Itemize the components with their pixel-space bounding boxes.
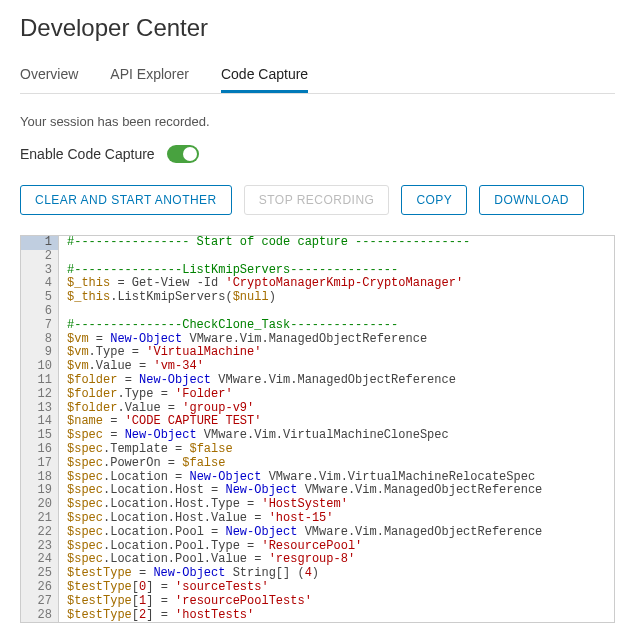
download-button[interactable]: DOWNLOAD <box>479 185 584 215</box>
code-line: $spec = New-Object VMware.Vim.VirtualMac… <box>59 429 457 443</box>
code-row: 16$spec.Template = $false <box>21 443 614 457</box>
tab-overview[interactable]: Overview <box>20 58 78 93</box>
line-number: 26 <box>21 581 59 595</box>
code-line <box>59 250 75 264</box>
code-row: 5$_this.ListKmipServers($null) <box>21 291 614 305</box>
button-row: CLEAR AND START ANOTHER STOP RECORDING C… <box>20 185 615 215</box>
code-line <box>59 305 75 319</box>
line-number: 23 <box>21 540 59 554</box>
copy-button[interactable]: COPY <box>401 185 467 215</box>
code-row: 2 <box>21 250 614 264</box>
code-line: $spec.Location.Host = New-Object VMware.… <box>59 484 550 498</box>
code-line: $spec.Location.Pool.Type = 'ResourcePool… <box>59 540 370 554</box>
code-line: $testType[2] = 'hostTests' <box>59 609 262 623</box>
page-title: Developer Center <box>20 14 615 42</box>
code-row: 22$spec.Location.Pool = New-Object VMwar… <box>21 526 614 540</box>
code-line: $testType[0] = 'sourceTests' <box>59 581 277 595</box>
code-line: $_this.ListKmipServers($null) <box>59 291 284 305</box>
code-row: 4$_this = Get-View -Id 'CryptoManagerKmi… <box>21 277 614 291</box>
line-number: 11 <box>21 374 59 388</box>
code-row: 18$spec.Location = New-Object VMware.Vim… <box>21 471 614 485</box>
code-line: #---------------CheckClone_Task---------… <box>59 319 406 333</box>
line-number: 28 <box>21 609 59 623</box>
line-number: 2 <box>21 250 59 264</box>
line-number: 4 <box>21 277 59 291</box>
code-row: 20$spec.Location.Host.Type = 'HostSystem… <box>21 498 614 512</box>
line-number: 25 <box>21 567 59 581</box>
tabs: Overview API Explorer Code Capture <box>20 58 615 94</box>
code-line: $folder.Type = 'Folder' <box>59 388 241 402</box>
code-row: 19$spec.Location.Host = New-Object VMwar… <box>21 484 614 498</box>
code-line: $name = 'CODE CAPTURE TEST' <box>59 415 269 429</box>
line-number: 3 <box>21 264 59 278</box>
line-number: 13 <box>21 402 59 416</box>
code-line: $folder.Value = 'group-v9' <box>59 402 262 416</box>
code-row: 28$testType[2] = 'hostTests' <box>21 609 614 623</box>
code-row: 14$name = 'CODE CAPTURE TEST' <box>21 415 614 429</box>
line-number: 10 <box>21 360 59 374</box>
line-number: 20 <box>21 498 59 512</box>
code-row: 3#---------------ListKmipServers--------… <box>21 264 614 278</box>
line-number: 5 <box>21 291 59 305</box>
code-row: 26$testType[0] = 'sourceTests' <box>21 581 614 595</box>
code-line: $spec.Location.Pool.Value = 'resgroup-8' <box>59 553 363 567</box>
code-line: $testType[1] = 'resourcePoolTests' <box>59 595 320 609</box>
code-line: $spec.Location = New-Object VMware.Vim.V… <box>59 471 543 485</box>
code-row: 13$folder.Value = 'group-v9' <box>21 402 614 416</box>
code-row: 6 <box>21 305 614 319</box>
stop-recording-button: STOP RECORDING <box>244 185 390 215</box>
line-number: 14 <box>21 415 59 429</box>
code-row: 21$spec.Location.Host.Value = 'host-15' <box>21 512 614 526</box>
code-line: #---------------ListKmipServers---------… <box>59 264 406 278</box>
line-number: 21 <box>21 512 59 526</box>
code-row: 7#---------------CheckClone_Task--------… <box>21 319 614 333</box>
enable-code-capture-toggle[interactable] <box>167 145 199 163</box>
code-row: 24$spec.Location.Pool.Value = 'resgroup-… <box>21 553 614 567</box>
code-row: 9$vm.Type = 'VirtualMachine' <box>21 346 614 360</box>
code-line: $vm.Type = 'VirtualMachine' <box>59 346 269 360</box>
line-number: 17 <box>21 457 59 471</box>
line-number: 18 <box>21 471 59 485</box>
line-number: 6 <box>21 305 59 319</box>
code-line: $folder = New-Object VMware.Vim.ManagedO… <box>59 374 464 388</box>
line-number: 8 <box>21 333 59 347</box>
code-row: 23$spec.Location.Pool.Type = 'ResourcePo… <box>21 540 614 554</box>
line-number: 1 <box>21 236 59 250</box>
line-number: 16 <box>21 443 59 457</box>
code-row: 25$testType = New-Object String[] (4) <box>21 567 614 581</box>
code-line: $vm = New-Object VMware.Vim.ManagedObjec… <box>59 333 435 347</box>
code-line: $_this = Get-View -Id 'CryptoManagerKmip… <box>59 277 471 291</box>
code-line: $spec.Template = $false <box>59 443 241 457</box>
code-row: 8$vm = New-Object VMware.Vim.ManagedObje… <box>21 333 614 347</box>
code-line: $testType = New-Object String[] (4) <box>59 567 327 581</box>
code-row: 10$vm.Value = 'vm-34' <box>21 360 614 374</box>
code-row: 15$spec = New-Object VMware.Vim.VirtualM… <box>21 429 614 443</box>
code-line: $spec.Location.Host.Value = 'host-15' <box>59 512 341 526</box>
code-row: 17$spec.PowerOn = $false <box>21 457 614 471</box>
code-line: $spec.Location.Pool = New-Object VMware.… <box>59 526 550 540</box>
line-number: 7 <box>21 319 59 333</box>
code-line: #---------------- Start of code capture … <box>59 236 478 250</box>
code-row: 1#---------------- Start of code capture… <box>21 236 614 250</box>
tab-code-capture[interactable]: Code Capture <box>221 58 308 93</box>
code-line: $spec.Location.Host.Type = 'HostSystem' <box>59 498 356 512</box>
clear-button[interactable]: CLEAR AND START ANOTHER <box>20 185 232 215</box>
line-number: 27 <box>21 595 59 609</box>
tab-api-explorer[interactable]: API Explorer <box>110 58 189 93</box>
line-number: 12 <box>21 388 59 402</box>
code-row: 11$folder = New-Object VMware.Vim.Manage… <box>21 374 614 388</box>
line-number: 22 <box>21 526 59 540</box>
toggle-label: Enable Code Capture <box>20 146 155 162</box>
line-number: 24 <box>21 553 59 567</box>
line-number: 19 <box>21 484 59 498</box>
code-line: $vm.Value = 'vm-34' <box>59 360 212 374</box>
code-editor[interactable]: 1#---------------- Start of code capture… <box>20 235 615 623</box>
session-message: Your session has been recorded. <box>20 114 615 129</box>
line-number: 9 <box>21 346 59 360</box>
code-row: 27$testType[1] = 'resourcePoolTests' <box>21 595 614 609</box>
line-number: 15 <box>21 429 59 443</box>
code-row: 12$folder.Type = 'Folder' <box>21 388 614 402</box>
code-line: $spec.PowerOn = $false <box>59 457 233 471</box>
